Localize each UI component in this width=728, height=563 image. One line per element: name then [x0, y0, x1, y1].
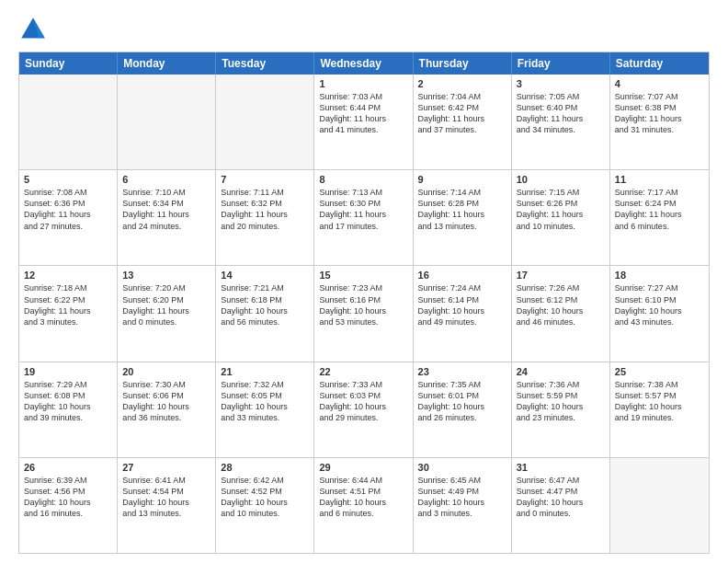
cal-cell: 1Sunrise: 7:03 AM Sunset: 6:44 PM Daylig… [314, 75, 413, 169]
header-day-sunday: Sunday [19, 52, 118, 75]
cal-cell: 12Sunrise: 7:18 AM Sunset: 6:22 PM Dayli… [19, 266, 118, 361]
cal-row-0: 1Sunrise: 7:03 AM Sunset: 6:44 PM Daylig… [19, 75, 709, 169]
day-info: Sunrise: 7:33 AM Sunset: 6:03 PM Dayligh… [319, 379, 407, 424]
day-info: Sunrise: 6:42 AM Sunset: 4:52 PM Dayligh… [221, 475, 309, 520]
cal-cell: 16Sunrise: 7:24 AM Sunset: 6:14 PM Dayli… [414, 266, 512, 361]
day-info: Sunrise: 7:07 AM Sunset: 6:38 PM Dayligh… [615, 91, 704, 136]
cal-row-3: 19Sunrise: 7:29 AM Sunset: 6:08 PM Dayli… [19, 362, 709, 457]
header-day-monday: Monday [118, 52, 216, 75]
day-number: 25 [615, 366, 704, 377]
cal-cell [118, 75, 216, 169]
cal-cell: 24Sunrise: 7:36 AM Sunset: 5:59 PM Dayli… [512, 362, 610, 457]
cal-cell: 18Sunrise: 7:27 AM Sunset: 6:10 PM Dayli… [610, 266, 709, 361]
day-info: Sunrise: 7:08 AM Sunset: 6:36 PM Dayligh… [24, 187, 112, 232]
day-number: 8 [319, 174, 407, 185]
cal-cell: 3Sunrise: 7:05 AM Sunset: 6:40 PM Daylig… [512, 75, 610, 169]
cal-cell: 10Sunrise: 7:15 AM Sunset: 6:26 PM Dayli… [512, 170, 610, 265]
day-number: 18 [615, 270, 704, 281]
header [18, 15, 710, 44]
day-info: Sunrise: 7:36 AM Sunset: 5:59 PM Dayligh… [517, 379, 605, 424]
day-info: Sunrise: 7:04 AM Sunset: 6:42 PM Dayligh… [418, 91, 506, 136]
day-info: Sunrise: 7:29 AM Sunset: 6:08 PM Dayligh… [24, 379, 112, 424]
logo [18, 15, 51, 44]
day-number: 27 [122, 462, 210, 473]
cal-cell: 26Sunrise: 6:39 AM Sunset: 4:56 PM Dayli… [19, 458, 118, 553]
day-number: 1 [319, 78, 407, 89]
day-number: 31 [517, 462, 605, 473]
cal-cell: 4Sunrise: 7:07 AM Sunset: 6:38 PM Daylig… [610, 75, 709, 169]
day-info: Sunrise: 7:26 AM Sunset: 6:12 PM Dayligh… [517, 282, 605, 327]
cal-cell: 14Sunrise: 7:21 AM Sunset: 6:18 PM Dayli… [216, 266, 314, 361]
day-info: Sunrise: 7:11 AM Sunset: 6:32 PM Dayligh… [221, 187, 309, 232]
cal-cell: 13Sunrise: 7:20 AM Sunset: 6:20 PM Dayli… [118, 266, 216, 361]
day-number: 7 [221, 174, 309, 185]
cal-cell: 21Sunrise: 7:32 AM Sunset: 6:05 PM Dayli… [216, 362, 314, 457]
day-info: Sunrise: 7:38 AM Sunset: 5:57 PM Dayligh… [615, 379, 704, 424]
page: SundayMondayTuesdayWednesdayThursdayFrid… [0, 0, 728, 563]
day-info: Sunrise: 7:13 AM Sunset: 6:30 PM Dayligh… [319, 187, 407, 232]
day-info: Sunrise: 7:05 AM Sunset: 6:40 PM Dayligh… [517, 91, 605, 136]
day-info: Sunrise: 7:21 AM Sunset: 6:18 PM Dayligh… [221, 282, 309, 327]
cal-cell: 6Sunrise: 7:10 AM Sunset: 6:34 PM Daylig… [118, 170, 216, 265]
header-day-tuesday: Tuesday [216, 52, 314, 75]
day-info: Sunrise: 7:03 AM Sunset: 6:44 PM Dayligh… [319, 91, 407, 136]
day-number: 15 [319, 270, 407, 281]
day-number: 30 [418, 462, 506, 473]
day-info: Sunrise: 7:10 AM Sunset: 6:34 PM Dayligh… [122, 187, 210, 232]
cal-cell: 11Sunrise: 7:17 AM Sunset: 6:24 PM Dayli… [610, 170, 709, 265]
day-info: Sunrise: 7:14 AM Sunset: 6:28 PM Dayligh… [418, 187, 506, 232]
day-number: 11 [615, 174, 704, 185]
day-number: 23 [418, 366, 506, 377]
cal-cell: 23Sunrise: 7:35 AM Sunset: 6:01 PM Dayli… [414, 362, 512, 457]
cal-row-4: 26Sunrise: 6:39 AM Sunset: 4:56 PM Dayli… [19, 457, 709, 553]
day-info: Sunrise: 7:35 AM Sunset: 6:01 PM Dayligh… [418, 379, 506, 424]
day-info: Sunrise: 7:20 AM Sunset: 6:20 PM Dayligh… [122, 282, 210, 327]
cal-cell: 2Sunrise: 7:04 AM Sunset: 6:42 PM Daylig… [414, 75, 512, 169]
calendar-body: 1Sunrise: 7:03 AM Sunset: 6:44 PM Daylig… [19, 75, 709, 553]
day-number: 20 [122, 366, 210, 377]
header-day-wednesday: Wednesday [314, 52, 413, 75]
day-info: Sunrise: 6:47 AM Sunset: 4:47 PM Dayligh… [517, 475, 605, 520]
cal-cell: 15Sunrise: 7:23 AM Sunset: 6:16 PM Dayli… [314, 266, 413, 361]
cal-cell: 17Sunrise: 7:26 AM Sunset: 6:12 PM Dayli… [512, 266, 610, 361]
cal-cell: 30Sunrise: 6:45 AM Sunset: 4:49 PM Dayli… [414, 458, 512, 553]
day-number: 2 [418, 78, 506, 89]
day-number: 6 [122, 174, 210, 185]
day-number: 9 [418, 174, 506, 185]
day-number: 5 [24, 174, 112, 185]
calendar-header: SundayMondayTuesdayWednesdayThursdayFrid… [19, 52, 709, 75]
logo-icon [18, 15, 48, 44]
header-day-saturday: Saturday [610, 52, 709, 75]
calendar: SundayMondayTuesdayWednesdayThursdayFrid… [18, 52, 710, 554]
day-number: 4 [615, 78, 704, 89]
header-day-thursday: Thursday [414, 52, 512, 75]
cal-cell: 9Sunrise: 7:14 AM Sunset: 6:28 PM Daylig… [414, 170, 512, 265]
cal-cell: 27Sunrise: 6:41 AM Sunset: 4:54 PM Dayli… [118, 458, 216, 553]
day-info: Sunrise: 7:27 AM Sunset: 6:10 PM Dayligh… [615, 282, 704, 327]
cal-cell: 8Sunrise: 7:13 AM Sunset: 6:30 PM Daylig… [314, 170, 413, 265]
day-info: Sunrise: 7:18 AM Sunset: 6:22 PM Dayligh… [24, 282, 112, 327]
cal-cell: 5Sunrise: 7:08 AM Sunset: 6:36 PM Daylig… [19, 170, 118, 265]
cal-cell: 20Sunrise: 7:30 AM Sunset: 6:06 PM Dayli… [118, 362, 216, 457]
day-number: 14 [221, 270, 309, 281]
header-day-friday: Friday [512, 52, 610, 75]
day-number: 29 [319, 462, 407, 473]
cal-row-1: 5Sunrise: 7:08 AM Sunset: 6:36 PM Daylig… [19, 169, 709, 265]
cal-cell: 19Sunrise: 7:29 AM Sunset: 6:08 PM Dayli… [19, 362, 118, 457]
day-number: 17 [517, 270, 605, 281]
day-number: 10 [517, 174, 605, 185]
cal-cell: 25Sunrise: 7:38 AM Sunset: 5:57 PM Dayli… [610, 362, 709, 457]
cal-cell [216, 75, 314, 169]
day-info: Sunrise: 7:23 AM Sunset: 6:16 PM Dayligh… [319, 282, 407, 327]
cal-cell: 22Sunrise: 7:33 AM Sunset: 6:03 PM Dayli… [314, 362, 413, 457]
cal-row-2: 12Sunrise: 7:18 AM Sunset: 6:22 PM Dayli… [19, 265, 709, 361]
day-number: 26 [24, 462, 112, 473]
day-info: Sunrise: 7:15 AM Sunset: 6:26 PM Dayligh… [517, 187, 605, 232]
cal-cell: 29Sunrise: 6:44 AM Sunset: 4:51 PM Dayli… [314, 458, 413, 553]
day-number: 16 [418, 270, 506, 281]
cal-cell: 28Sunrise: 6:42 AM Sunset: 4:52 PM Dayli… [216, 458, 314, 553]
day-info: Sunrise: 7:30 AM Sunset: 6:06 PM Dayligh… [122, 379, 210, 424]
day-number: 24 [517, 366, 605, 377]
day-info: Sunrise: 6:39 AM Sunset: 4:56 PM Dayligh… [24, 475, 112, 520]
day-number: 3 [517, 78, 605, 89]
